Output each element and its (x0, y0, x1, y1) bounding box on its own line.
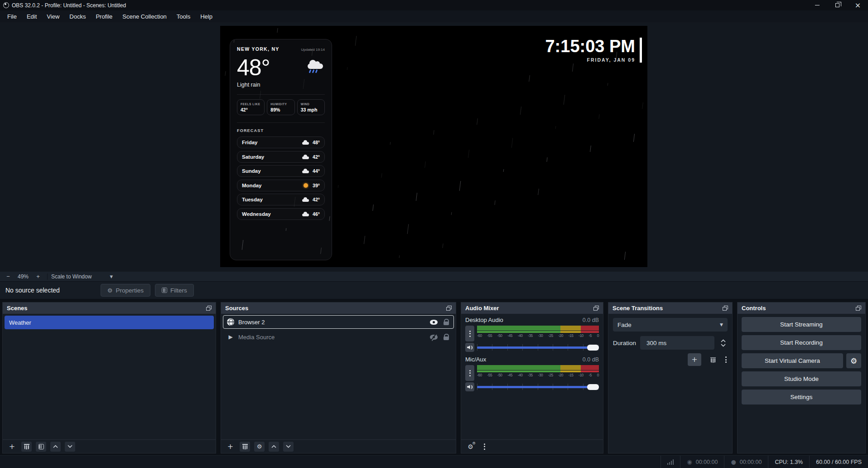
mute-button[interactable] (465, 343, 474, 352)
properties-button[interactable]: ⚙ Properties (101, 284, 150, 297)
transition-select[interactable]: Fade ▼ (613, 318, 728, 332)
source-context-toolbar: No source selected ⚙ Properties Filters (0, 282, 868, 299)
source-row[interactable]: Media Source (223, 330, 454, 344)
filters-label: Filters (170, 287, 187, 294)
add-scene-button[interactable]: + (7, 442, 17, 452)
add-transition-button[interactable]: + (688, 353, 701, 366)
popout-icon[interactable] (446, 306, 452, 311)
popout-icon[interactable] (593, 306, 599, 311)
record-timer: ● 00:00:00 (724, 456, 768, 468)
scene-filters-button[interactable] (36, 442, 46, 452)
close-button[interactable]: × (848, 0, 868, 10)
mixer-menu-button[interactable] (483, 443, 486, 451)
channel-menu-button[interactable] (465, 365, 474, 381)
scene-item[interactable]: Weather (5, 316, 214, 329)
remove-source-button[interactable] (240, 442, 250, 452)
slider-handle[interactable] (587, 345, 599, 351)
visibility-toggle-icon[interactable] (430, 320, 438, 325)
clock-widget: 7:15:03 PM FRIDAY, JAN 09 (545, 38, 642, 63)
spin-down-button[interactable] (721, 344, 726, 347)
lock-icon[interactable] (444, 334, 449, 340)
transition-value: Fade (617, 322, 632, 328)
advanced-audio-button[interactable]: ⚙ (465, 442, 476, 452)
forecast-day: Monday (242, 183, 261, 188)
source-row[interactable]: Browser 2 (223, 315, 454, 329)
popout-icon[interactable] (723, 306, 728, 311)
duration-label: Duration (613, 340, 636, 346)
mute-button[interactable] (465, 382, 474, 391)
preview-canvas[interactable]: NEW YORK, NY Updated 19:14 48° Light rai… (220, 26, 647, 267)
meter-scale: -60-55-50-45-40-35-30-25-20-15-10-50 (477, 333, 599, 338)
restore-button[interactable] (827, 0, 848, 10)
virtual-camera-settings-button[interactable]: ⚙ (846, 353, 861, 368)
zoom-in-button[interactable]: + (33, 273, 43, 280)
forecast-day: Saturday (242, 154, 264, 160)
menu-item[interactable]: Docks (64, 11, 91, 22)
forecast-temp: 42° (313, 197, 320, 202)
start-recording-button[interactable]: Start Recording (742, 335, 861, 350)
meter-tick-label: -5 (588, 373, 592, 377)
filter-icon (162, 288, 167, 293)
start-virtual-camera-button[interactable]: Start Virtual Camera (742, 353, 843, 368)
scenes-dock-header[interactable]: Scenes (3, 302, 216, 314)
add-source-button[interactable]: + (225, 442, 236, 452)
start-streaming-button[interactable]: Start Streaming (742, 317, 861, 332)
channel-menu-button[interactable] (465, 326, 474, 341)
menu-item[interactable]: Edit (22, 11, 42, 22)
source-properties-button[interactable]: ⚙ (254, 442, 265, 452)
channel-level-db: 0.0 dB (583, 317, 599, 323)
fps-counter: 60.00 / 60.00 FPS (809, 456, 868, 468)
remove-transition-button[interactable] (708, 355, 718, 365)
source-status-text: No source selected (5, 287, 60, 294)
forecast-weather-icon (302, 212, 309, 216)
remove-scene-button[interactable] (21, 442, 32, 452)
volume-slider[interactable] (477, 382, 599, 391)
forecast-row: Friday 48° (237, 136, 325, 148)
menu-item[interactable]: File (2, 11, 22, 22)
minimize-button[interactable] (807, 0, 827, 10)
transitions-dock-header[interactable]: Scene Transitions (608, 302, 732, 314)
forecast-temp: 39° (313, 183, 320, 188)
scale-mode-dropdown[interactable]: Scale to Window ▼ (51, 273, 113, 280)
audio-mixer-dock-title: Audio Mixer (465, 305, 499, 312)
duration-input[interactable]: 300 ms (640, 336, 714, 350)
window-title: OBS 32.0.2 - Profile: Untitled - Scenes:… (12, 2, 126, 9)
filter-icon (39, 444, 44, 449)
chevron-up-icon (53, 445, 58, 448)
chevron-down-icon: ▼ (720, 322, 723, 327)
meter-tick-label: -15 (569, 333, 574, 338)
slider-handle[interactable] (587, 384, 599, 390)
popout-icon[interactable] (206, 306, 212, 311)
audio-mixer-dock-header[interactable]: Audio Mixer (461, 302, 603, 314)
popout-icon[interactable] (856, 306, 861, 311)
menu-item[interactable]: Tools (172, 11, 195, 22)
menu-item[interactable]: Profile (91, 11, 117, 22)
studio-mode-button[interactable]: Studio Mode (742, 371, 861, 386)
move-scene-up-button[interactable] (50, 442, 61, 452)
meter-tick-label: -25 (548, 373, 553, 377)
move-source-up-button[interactable] (269, 442, 279, 452)
settings-button[interactable]: Settings (742, 390, 861, 405)
move-scene-down-button[interactable] (65, 442, 75, 452)
meter-tick-label: -55 (487, 333, 492, 338)
zoom-out-button[interactable]: − (3, 273, 14, 280)
forecast-temp: 42° (313, 154, 320, 160)
menu-item[interactable]: Scene Collection (117, 11, 172, 22)
filters-button[interactable]: Filters (155, 284, 194, 297)
menu-item[interactable]: Help (195, 11, 217, 22)
meter-tick-label: -55 (487, 373, 492, 377)
menu-item[interactable]: View (42, 11, 64, 22)
scenes-toolbar: + (3, 439, 216, 453)
gear-icon: ⚙ (107, 288, 113, 293)
sources-dock-header[interactable]: Sources (221, 302, 456, 314)
move-source-down-button[interactable] (283, 442, 294, 452)
visibility-toggle-icon[interactable] (430, 335, 438, 340)
weather-widget: NEW YORK, NY Updated 19:14 48° Light rai… (230, 39, 332, 260)
controls-dock-header[interactable]: Controls (738, 302, 865, 314)
lock-icon[interactable] (444, 319, 449, 325)
channel-name: Desktop Audio (465, 317, 503, 323)
volume-slider[interactable] (477, 343, 599, 352)
transition-menu-button[interactable] (724, 356, 728, 364)
spin-up-button[interactable] (721, 339, 726, 342)
forecast-day: Sunday (242, 168, 261, 174)
